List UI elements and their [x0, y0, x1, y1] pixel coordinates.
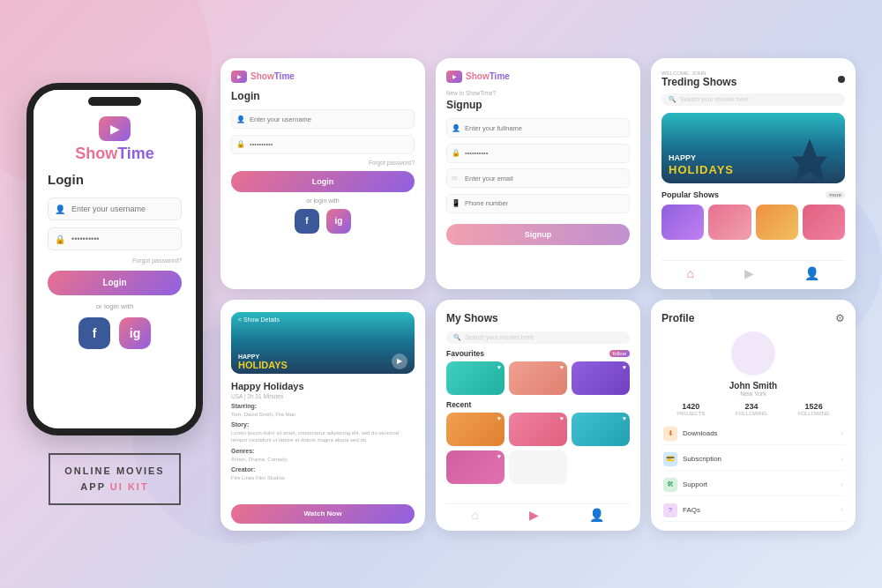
trending-header-left: WELCOME, JOHN Treding Shows — [662, 71, 736, 88]
recent-thumb-4[interactable]: ♥ — [446, 450, 505, 484]
detail-starring: Tom, David Smith, Flie Man — [231, 411, 415, 418]
myshows-search[interactable]: 🔍 Search your movies here — [446, 331, 630, 344]
menu-downloads[interactable]: ⬇ Downloads › — [662, 423, 845, 445]
login-instagram-btn[interactable]: ig — [326, 209, 351, 234]
phone-social-buttons: f ig — [78, 317, 151, 349]
signup-password-wrapper: 🔒 — [446, 143, 630, 163]
signup-email-wrapper: ✉ — [446, 168, 630, 189]
profile-header: Profile ⚙ — [662, 312, 845, 324]
signup-subtitle: New to ShowTime? — [446, 90, 630, 96]
logo-text: ShowTime — [75, 145, 154, 163]
banner-holidays: HOLIDAYS — [669, 163, 734, 176]
nav-user-icon[interactable]: 👤 — [804, 266, 819, 280]
login-forgot[interactable]: Forgot password? — [369, 160, 415, 166]
menu-downloads-left: ⬇ Downloads — [663, 427, 718, 441]
support-chevron: › — [841, 480, 843, 488]
login-username-input[interactable] — [231, 109, 415, 129]
popular-thumb-1[interactable] — [662, 205, 704, 240]
menu-subscription[interactable]: 💳 Subscription › — [662, 449, 845, 471]
login-username-wrapper: 👤 — [231, 109, 415, 130]
phone-instagram-button[interactable]: ig — [119, 317, 151, 349]
signup-phone-input[interactable] — [446, 194, 630, 213]
popular-thumb-3[interactable] — [756, 205, 798, 240]
subscription-chevron: › — [841, 455, 843, 463]
detail-holidays: HOLIDAYS — [238, 360, 288, 370]
popular-thumb-4[interactable] — [803, 205, 845, 240]
detail-story-label: Story: — [231, 421, 415, 428]
lock-icon: 🔒 — [55, 234, 65, 243]
favourites-label: Favourites — [446, 349, 484, 358]
profile-info: John Smith New York — [662, 331, 845, 402]
subscription-label: Subscription — [683, 455, 721, 463]
trending-title: Treding Shows — [662, 76, 736, 88]
profile-menu: ⬇ Downloads › 💳 Subscription › 🛠 Suppo — [662, 423, 845, 522]
signup-lock-icon: 🔒 — [452, 149, 460, 157]
detail-play-button[interactable]: ▶ — [392, 354, 407, 369]
signup-fullname-wrapper: 👤 — [446, 118, 630, 138]
login-card-btn[interactable]: Login — [231, 171, 415, 192]
detail-back-button[interactable]: < Show Details — [238, 316, 280, 323]
follow-badge[interactable]: follow — [609, 350, 630, 357]
phone-login-button[interactable]: Login — [48, 271, 182, 295]
stat-followers-num: 1526 — [798, 402, 830, 411]
phone-mockup: ShowTime Login 👤 🔒 Forgot password? Logi… — [26, 83, 203, 435]
recent-grid: ♥ ♥ ♥ ♥ — [446, 413, 630, 484]
myshows-nav-user[interactable]: 👤 — [589, 508, 604, 522]
phone-facebook-button[interactable]: f — [78, 317, 110, 349]
detail-card: < Show Details HAPPY HOLIDAYS ▶ Happy Ho… — [220, 300, 425, 531]
detail-meta: USA | 2h 31 Minutes — [231, 393, 415, 399]
menu-faqs[interactable]: ? FAQs › — [662, 500, 845, 522]
popular-thumb-2[interactable] — [708, 205, 751, 240]
phone-or-login: or login with — [96, 302, 134, 310]
detail-starring-label: Starring: — [231, 403, 415, 409]
login-password-wrapper: 🔒 — [231, 134, 415, 154]
heart-2: ♥ — [560, 364, 564, 370]
detail-genres: Action, Drama, Comedy — [231, 456, 415, 463]
myshows-nav-home[interactable]: ⌂ — [472, 508, 479, 522]
login-facebook-btn[interactable]: f — [295, 209, 319, 234]
nav-play-icon[interactable]: ▶ — [744, 266, 754, 280]
support-label: Support — [683, 480, 707, 488]
menu-subscription-left: 💳 Subscription — [663, 452, 721, 466]
popular-header: Popular Shows more — [662, 190, 845, 199]
nav-home-icon[interactable]: ⌂ — [687, 266, 694, 280]
myshows-title: My Shows — [446, 312, 630, 324]
trending-header: WELCOME, JOHN Treding Shows — [662, 71, 845, 88]
recent-thumb-1[interactable]: ♥ — [446, 413, 505, 446]
phone-password-input[interactable] — [48, 227, 182, 250]
recent-label: Recent — [446, 400, 471, 409]
trending-search[interactable]: 🔍 Search your movies here — [662, 93, 845, 106]
heart-5: ♥ — [560, 415, 564, 421]
stat-projects: 1420 PROJECTS — [676, 402, 705, 416]
signup-card-logo: ShowTime — [446, 71, 630, 83]
signup-button[interactable]: Signup — [446, 224, 630, 245]
signup-logo-icon — [446, 71, 462, 83]
phone-forgot-password[interactable]: Forgot password? — [132, 257, 182, 264]
login-password-input[interactable] — [231, 135, 415, 154]
recent-thumb-2[interactable]: ♥ — [509, 413, 567, 446]
myshows-nav-play[interactable]: ▶ — [529, 508, 539, 522]
recent-thumb-3[interactable]: ♥ — [572, 413, 630, 446]
phone-username-wrapper: 👤 — [48, 197, 182, 220]
more-badge[interactable]: more — [826, 191, 845, 198]
fav-thumb-2[interactable]: ♥ — [509, 361, 567, 395]
stat-following-num: 234 — [736, 402, 767, 411]
signup-phone-wrapper: 📱 — [446, 193, 630, 213]
login-card-logo-text: ShowTime — [250, 71, 295, 81]
gear-icon[interactable]: ⚙ — [835, 312, 845, 324]
login-user-icon: 👤 — [236, 115, 245, 123]
screens-grid: ShowTime Login 👤 🔒 Forgot password? Logi… — [220, 58, 856, 531]
profile-name: John Smith — [729, 381, 777, 391]
watch-button[interactable]: Watch Now — [231, 504, 415, 524]
signup-fullname-input[interactable] — [446, 118, 630, 138]
user-icon: 👤 — [55, 204, 65, 213]
signup-email-input[interactable] — [446, 168, 630, 188]
fav-thumb-3[interactable]: ♥ — [572, 361, 630, 395]
bottom-label-text: ONLINE MOVIES APP UI KIT — [64, 464, 164, 495]
signup-password-input[interactable] — [446, 144, 630, 163]
heart-6: ♥ — [623, 415, 626, 421]
recent-thumb-5[interactable] — [509, 450, 567, 484]
fav-thumb-1[interactable]: ♥ — [446, 361, 505, 395]
menu-support[interactable]: 🛠 Support › — [662, 474, 845, 496]
phone-username-input[interactable] — [48, 197, 182, 220]
